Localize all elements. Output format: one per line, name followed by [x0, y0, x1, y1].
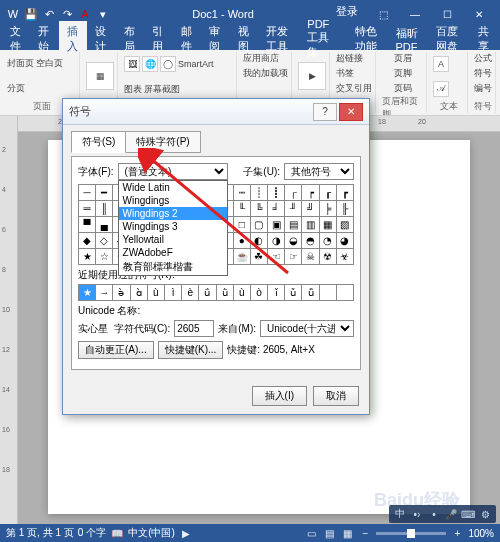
symbol-cell[interactable]: ┋	[268, 185, 285, 201]
subset-select[interactable]: 其他符号	[284, 163, 354, 180]
recent-symbol-cell[interactable]: ì	[165, 285, 182, 301]
redo-icon[interactable]: ↷	[60, 7, 74, 21]
recent-symbol-cell[interactable]: ù	[148, 285, 165, 301]
symbol-cell[interactable]: ☘	[251, 249, 268, 265]
bookmark-button[interactable]: 书签	[336, 67, 354, 80]
spellcheck-icon[interactable]: 📖	[110, 526, 124, 540]
tab-foxit-pdf[interactable]: 福昕PDF	[388, 23, 429, 56]
keyboard-icon[interactable]: ⌨	[461, 507, 475, 521]
zoom-value[interactable]: 100%	[468, 528, 494, 539]
symbol-cell[interactable]: ▄	[96, 217, 113, 233]
symbol-cell[interactable]: ☠	[302, 249, 319, 265]
dialog-help-icon[interactable]: ?	[313, 103, 337, 121]
status-page[interactable]: 第 1 页, 共 1 页	[6, 526, 74, 540]
undo-icon[interactable]: ↶	[42, 7, 56, 21]
symbol-cell[interactable]: ╙	[234, 201, 251, 217]
symbol-cell[interactable]: ┉	[234, 185, 251, 201]
recent-symbols-grid[interactable]: ★→ə̀ɑ̀ùìèǘǜùòǐǔǚ	[78, 284, 354, 301]
screenshot-button[interactable]: 屏幕截图	[144, 83, 180, 96]
symbol-cell[interactable]: ◔	[320, 233, 337, 249]
status-words[interactable]: 0 个字	[78, 526, 106, 540]
dialog-titlebar[interactable]: 符号 ? ✕	[63, 99, 369, 125]
symbol-cell[interactable]: ●	[234, 233, 251, 249]
view-print-icon[interactable]: ▤	[322, 526, 336, 540]
recent-symbol-cell[interactable]: è	[182, 285, 199, 301]
symbol-cell[interactable]: ╛	[268, 201, 285, 217]
number-button[interactable]: 编号	[474, 82, 492, 95]
recent-symbol-cell[interactable]: ★	[79, 285, 96, 301]
symbol-cell[interactable]: ◐	[251, 233, 268, 249]
my-addins-button[interactable]: 我的加载项	[243, 67, 288, 80]
recent-symbol-cell[interactable]: ǘ	[199, 285, 216, 301]
symbol-cell[interactable]: ┊	[251, 185, 268, 201]
font-color-icon[interactable]: A	[78, 7, 92, 21]
symbol-cell[interactable]: ▤	[285, 217, 302, 233]
picture-icon[interactable]: 🖼	[124, 56, 140, 72]
online-video-icon[interactable]: ▶	[298, 62, 326, 90]
pagenum-button[interactable]: 页码	[394, 82, 412, 95]
symbol-cell[interactable]: ◇	[96, 233, 113, 249]
view-web-icon[interactable]: ▦	[340, 526, 354, 540]
symbol-cell[interactable]: ╝	[302, 201, 319, 217]
store-button[interactable]: 应用商店	[243, 52, 279, 65]
symbol-cell[interactable]: ▥	[302, 217, 319, 233]
dialog-close-icon[interactable]: ✕	[339, 103, 363, 121]
charcode-input[interactable]	[174, 320, 214, 337]
symbol-cell[interactable]: ║	[96, 201, 113, 217]
symbol-cell[interactable]: ◑	[268, 233, 285, 249]
symbol-cell[interactable]: ━	[96, 185, 113, 201]
symbol-cell[interactable]: ▧	[337, 217, 354, 233]
punctuation-icon[interactable]: •›	[410, 507, 424, 521]
online-picture-icon[interactable]: 🌐	[142, 56, 158, 72]
symbol-cell[interactable]: ═	[79, 201, 96, 217]
symbol-cell[interactable]: ╟	[337, 201, 354, 217]
symbol-cell[interactable]: ┎	[320, 185, 337, 201]
symbol-cell[interactable]: ╚	[251, 201, 268, 217]
autocorrect-button[interactable]: 自动更正(A)...	[78, 341, 154, 359]
font-option[interactable]: Yellowtail	[119, 233, 227, 246]
symbol-cell[interactable]: ◓	[302, 233, 319, 249]
font-select[interactable]: (普通文本)	[118, 163, 228, 180]
symbol-cell[interactable]: ☢	[320, 249, 337, 265]
recent-symbol-cell[interactable]: ò	[251, 285, 268, 301]
font-dropdown[interactable]: (普通文本) Wide Latin Wingdings Wingdings 2 …	[118, 163, 228, 180]
symbol-cell[interactable]: ☆	[96, 249, 113, 265]
mic-icon[interactable]: 🎤	[444, 507, 458, 521]
symbol-cell[interactable]: ★	[79, 249, 96, 265]
zoom-in-icon[interactable]: +	[450, 526, 464, 540]
recent-symbol-cell[interactable]: ǜ	[217, 285, 234, 301]
crossref-button[interactable]: 交叉引用	[336, 82, 372, 95]
status-language[interactable]: 中文(中国)	[128, 526, 175, 540]
macro-icon[interactable]: ▶	[179, 526, 193, 540]
header-button[interactable]: 页眉	[394, 52, 412, 65]
symbol-cell[interactable]: ┏	[337, 185, 354, 201]
symbol-button[interactable]: 符号	[474, 67, 492, 80]
zoom-slider[interactable]	[376, 532, 446, 535]
textbox-icon[interactable]: A	[433, 56, 449, 72]
smartart-button[interactable]: SmartArt	[178, 59, 214, 69]
symbol-cell[interactable]: ┌	[285, 185, 302, 201]
insert-button[interactable]: 插入(I)	[252, 386, 307, 406]
font-option[interactable]: Wingdings	[119, 194, 227, 207]
symbol-cell[interactable]: ▀	[79, 217, 96, 233]
symbol-cell[interactable]: ☜	[268, 249, 285, 265]
tab-special-chars[interactable]: 特殊字符(P)	[125, 131, 200, 153]
font-option-selected[interactable]: Wingdings 2	[119, 207, 227, 220]
tab-symbols[interactable]: 符号(S)	[71, 131, 126, 153]
symbol-cell[interactable]: ◆	[79, 233, 96, 249]
blank-page-button[interactable]: 空白页	[36, 57, 63, 70]
font-option[interactable]: ZWAdobeF	[119, 246, 227, 259]
symbol-cell[interactable]: ▣	[268, 217, 285, 233]
recent-symbol-cell[interactable]: ù	[234, 285, 251, 301]
cancel-button[interactable]: 取消	[313, 386, 359, 406]
font-option[interactable]: 教育部標準楷書	[119, 259, 227, 275]
symbol-cell[interactable]: ☕	[234, 249, 251, 265]
table-icon[interactable]: ▦	[86, 62, 114, 90]
recent-symbol-cell[interactable]	[320, 285, 337, 301]
footer-button[interactable]: 页脚	[394, 67, 412, 80]
hyperlink-button[interactable]: 超链接	[336, 52, 363, 65]
symbol-cell[interactable]: ▦	[320, 217, 337, 233]
minimize-icon[interactable]: —	[400, 4, 430, 24]
chart-button[interactable]: 图表	[124, 83, 142, 96]
font-option[interactable]: Wide Latin	[119, 181, 227, 194]
